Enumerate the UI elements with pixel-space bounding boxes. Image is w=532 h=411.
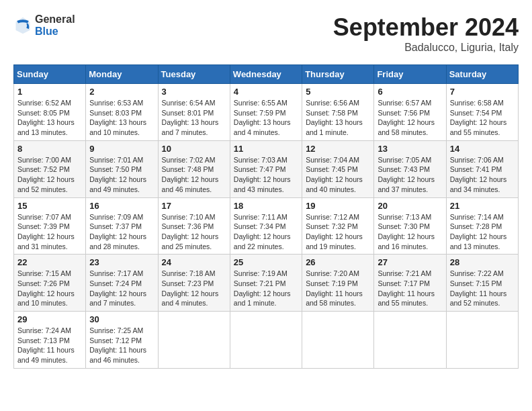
day-number: 20: [378, 201, 442, 211]
day-info: Sunrise: 7:20 AM Sunset: 7:19 PM Dayligh…: [306, 269, 370, 308]
day-number: 1: [17, 87, 82, 97]
day-number: 30: [89, 314, 154, 324]
day-number: 9: [89, 144, 154, 154]
calendar-day-cell: 9Sunrise: 7:01 AM Sunset: 7:50 PM Daylig…: [86, 140, 158, 197]
day-header-sunday: Sunday: [14, 65, 86, 84]
calendar-day-cell: 27Sunrise: 7:21 AM Sunset: 7:17 PM Dayli…: [374, 255, 446, 312]
day-info: Sunrise: 7:14 AM Sunset: 7:28 PM Dayligh…: [450, 212, 515, 252]
day-info: Sunrise: 7:05 AM Sunset: 7:43 PM Dayligh…: [378, 155, 442, 195]
calendar-day-cell: 26Sunrise: 7:20 AM Sunset: 7:19 PM Dayli…: [302, 255, 374, 312]
day-info: Sunrise: 7:03 AM Sunset: 7:47 PM Dayligh…: [234, 155, 298, 195]
calendar-week-row: 22Sunrise: 7:15 AM Sunset: 7:26 PM Dayli…: [14, 255, 519, 312]
day-number: 10: [162, 144, 226, 154]
day-number: 22: [17, 257, 82, 267]
day-info: Sunrise: 7:07 AM Sunset: 7:39 PM Dayligh…: [17, 212, 82, 252]
logo: General Blue: [13, 13, 75, 37]
day-number: 29: [17, 314, 82, 324]
day-info: Sunrise: 7:13 AM Sunset: 7:30 PM Dayligh…: [378, 212, 442, 252]
calendar-day-cell: 30Sunrise: 7:25 AM Sunset: 7:12 PM Dayli…: [86, 312, 158, 369]
empty-cell: [374, 312, 446, 369]
logo-icon: [13, 16, 32, 35]
day-info: Sunrise: 6:55 AM Sunset: 7:59 PM Dayligh…: [234, 98, 298, 138]
calendar-day-cell: 3Sunrise: 6:54 AM Sunset: 8:01 PM Daylig…: [158, 84, 230, 141]
day-number: 28: [450, 257, 515, 267]
empty-cell: [230, 312, 302, 369]
day-header-wednesday: Wednesday: [230, 65, 302, 84]
day-number: 4: [234, 87, 298, 97]
calendar-day-cell: 5Sunrise: 6:56 AM Sunset: 7:58 PM Daylig…: [302, 84, 374, 141]
calendar-day-cell: 22Sunrise: 7:15 AM Sunset: 7:26 PM Dayli…: [14, 255, 86, 312]
logo-text: General Blue: [35, 13, 75, 37]
day-info: Sunrise: 7:19 AM Sunset: 7:21 PM Dayligh…: [234, 269, 298, 308]
day-number: 2: [89, 87, 154, 97]
calendar-day-cell: 4Sunrise: 6:55 AM Sunset: 7:59 PM Daylig…: [230, 84, 302, 141]
day-number: 12: [306, 144, 370, 154]
calendar-day-cell: 19Sunrise: 7:12 AM Sunset: 7:32 PM Dayli…: [302, 197, 374, 255]
calendar-week-row: 8Sunrise: 7:00 AM Sunset: 7:52 PM Daylig…: [14, 140, 519, 197]
day-info: Sunrise: 7:00 AM Sunset: 7:52 PM Dayligh…: [17, 155, 82, 195]
day-header-tuesday: Tuesday: [158, 65, 230, 84]
calendar-week-row: 29Sunrise: 7:24 AM Sunset: 7:13 PM Dayli…: [14, 312, 519, 369]
day-info: Sunrise: 6:53 AM Sunset: 8:03 PM Dayligh…: [89, 98, 154, 138]
calendar-week-row: 1Sunrise: 6:52 AM Sunset: 8:05 PM Daylig…: [14, 84, 519, 141]
title-area: September 2024 Badalucco, Liguria, Italy: [333, 13, 519, 54]
day-info: Sunrise: 7:18 AM Sunset: 7:23 PM Dayligh…: [162, 269, 226, 308]
day-info: Sunrise: 7:12 AM Sunset: 7:32 PM Dayligh…: [306, 212, 370, 252]
day-number: 15: [17, 201, 82, 211]
calendar-day-cell: 21Sunrise: 7:14 AM Sunset: 7:28 PM Dayli…: [446, 197, 518, 255]
day-number: 25: [234, 257, 298, 267]
calendar-day-cell: 8Sunrise: 7:00 AM Sunset: 7:52 PM Daylig…: [14, 140, 86, 197]
day-info: Sunrise: 7:04 AM Sunset: 7:45 PM Dayligh…: [306, 155, 370, 195]
calendar-day-cell: 16Sunrise: 7:09 AM Sunset: 7:37 PM Dayli…: [86, 197, 158, 255]
day-number: 23: [89, 257, 154, 267]
logo-blue-text: Blue: [35, 26, 75, 38]
day-header-thursday: Thursday: [302, 65, 374, 84]
calendar-header-row: SundayMondayTuesdayWednesdayThursdayFrid…: [14, 65, 519, 84]
day-number: 14: [450, 144, 515, 154]
day-number: 6: [378, 87, 442, 97]
day-header-saturday: Saturday: [446, 65, 518, 84]
day-info: Sunrise: 7:15 AM Sunset: 7:26 PM Dayligh…: [17, 269, 82, 308]
calendar-day-cell: 12Sunrise: 7:04 AM Sunset: 7:45 PM Dayli…: [302, 140, 374, 197]
day-info: Sunrise: 6:52 AM Sunset: 8:05 PM Dayligh…: [17, 98, 82, 138]
day-number: 24: [162, 257, 226, 267]
day-info: Sunrise: 7:21 AM Sunset: 7:17 PM Dayligh…: [378, 269, 442, 308]
day-number: 7: [450, 87, 515, 97]
day-number: 21: [450, 201, 515, 211]
day-info: Sunrise: 7:06 AM Sunset: 7:41 PM Dayligh…: [450, 155, 515, 195]
calendar-day-cell: 10Sunrise: 7:02 AM Sunset: 7:48 PM Dayli…: [158, 140, 230, 197]
day-info: Sunrise: 7:11 AM Sunset: 7:34 PM Dayligh…: [234, 212, 298, 252]
calendar-day-cell: 7Sunrise: 6:58 AM Sunset: 7:54 PM Daylig…: [446, 84, 518, 141]
calendar-day-cell: 17Sunrise: 7:10 AM Sunset: 7:36 PM Dayli…: [158, 197, 230, 255]
calendar-day-cell: 15Sunrise: 7:07 AM Sunset: 7:39 PM Dayli…: [14, 197, 86, 255]
day-number: 5: [306, 87, 370, 97]
day-info: Sunrise: 6:58 AM Sunset: 7:54 PM Dayligh…: [450, 98, 515, 138]
day-info: Sunrise: 6:57 AM Sunset: 7:56 PM Dayligh…: [378, 98, 442, 138]
calendar-day-cell: 2Sunrise: 6:53 AM Sunset: 8:03 PM Daylig…: [86, 84, 158, 141]
day-number: 26: [306, 257, 370, 267]
day-info: Sunrise: 7:09 AM Sunset: 7:37 PM Dayligh…: [89, 212, 154, 252]
day-info: Sunrise: 7:02 AM Sunset: 7:48 PM Dayligh…: [162, 155, 226, 195]
day-number: 13: [378, 144, 442, 154]
calendar-day-cell: 1Sunrise: 6:52 AM Sunset: 8:05 PM Daylig…: [14, 84, 86, 141]
calendar-week-row: 15Sunrise: 7:07 AM Sunset: 7:39 PM Dayli…: [14, 197, 519, 255]
calendar-day-cell: 25Sunrise: 7:19 AM Sunset: 7:21 PM Dayli…: [230, 255, 302, 312]
empty-cell: [446, 312, 518, 369]
calendar-day-cell: 18Sunrise: 7:11 AM Sunset: 7:34 PM Dayli…: [230, 197, 302, 255]
day-info: Sunrise: 7:25 AM Sunset: 7:12 PM Dayligh…: [89, 326, 154, 365]
day-number: 11: [234, 144, 298, 154]
day-number: 3: [162, 87, 226, 97]
day-header-friday: Friday: [374, 65, 446, 84]
location-title: Badalucco, Liguria, Italy: [333, 42, 519, 54]
day-info: Sunrise: 7:22 AM Sunset: 7:15 PM Dayligh…: [450, 269, 515, 308]
empty-cell: [158, 312, 230, 369]
day-info: Sunrise: 7:17 AM Sunset: 7:24 PM Dayligh…: [89, 269, 154, 308]
day-header-monday: Monday: [86, 65, 158, 84]
month-title: September 2024: [333, 13, 519, 42]
logo-general-text: General: [35, 13, 75, 26]
calendar-day-cell: 20Sunrise: 7:13 AM Sunset: 7:30 PM Dayli…: [374, 197, 446, 255]
calendar-day-cell: 29Sunrise: 7:24 AM Sunset: 7:13 PM Dayli…: [14, 312, 86, 369]
calendar-day-cell: 24Sunrise: 7:18 AM Sunset: 7:23 PM Dayli…: [158, 255, 230, 312]
calendar: SundayMondayTuesdayWednesdayThursdayFrid…: [13, 64, 519, 369]
day-number: 16: [89, 201, 154, 211]
